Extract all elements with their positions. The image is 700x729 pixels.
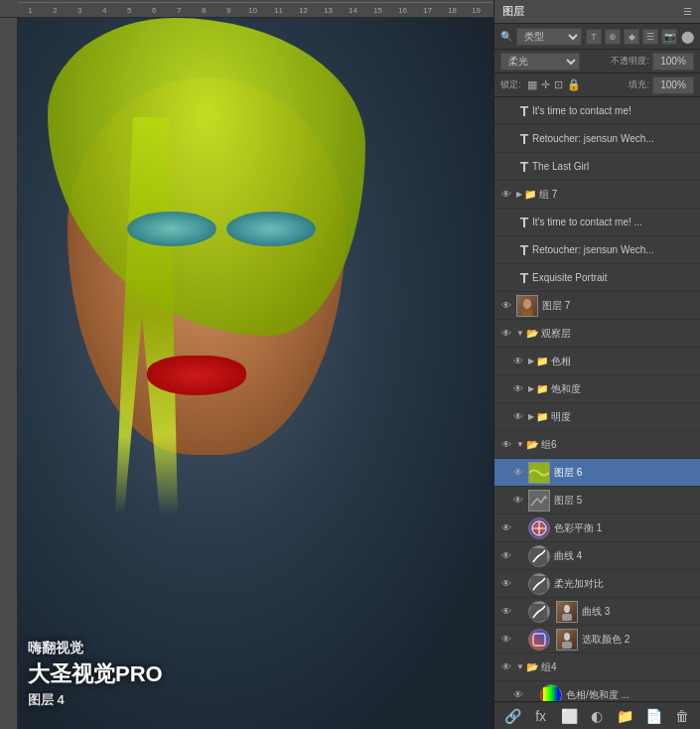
layer-eye-icon[interactable] <box>498 242 514 258</box>
svg-rect-1 <box>521 309 533 316</box>
layer-group-item[interactable]: 👁 ▶ 📁 色相 <box>494 348 700 375</box>
group-collapse-arrow[interactable]: ▼ <box>516 662 524 671</box>
svg-rect-13 <box>562 642 572 649</box>
layer-name: It's time to contact me! <box>532 105 696 116</box>
layer-adj-thumbnail <box>528 545 550 567</box>
link-layers-icon[interactable]: 🔗 <box>502 708 522 724</box>
layer-item[interactable]: T It's time to contact me! ... <box>494 209 700 236</box>
panel-icons: ☰ <box>683 6 692 17</box>
layer-adjustment-item[interactable]: 👁 选取颜色 2 <box>494 626 700 654</box>
group-collapse-arrow[interactable]: ▶ <box>516 190 522 199</box>
layer-eye-icon[interactable]: 👁 <box>498 298 514 314</box>
opacity-row: 不透明度: 100% <box>611 53 694 71</box>
layer-adj-thumbnail <box>528 517 550 539</box>
add-group-icon[interactable]: 📁 <box>616 708 635 724</box>
filter-smart-btn[interactable]: 📷 <box>661 29 677 45</box>
layer-eye-icon[interactable]: 👁 <box>510 381 526 397</box>
layer-adj-thumbnail <box>528 629 550 651</box>
layer-adjustment-item[interactable]: 👁 色彩平衡 1 <box>494 514 700 542</box>
fill-input[interactable]: 100% <box>652 76 694 94</box>
layer-eye-icon[interactable] <box>498 215 514 230</box>
delete-layer-icon[interactable]: 🗑 <box>672 708 692 724</box>
group-collapse-arrow[interactable]: ▼ <box>516 440 524 449</box>
lock-artboard-icon[interactable]: ⊡ <box>554 78 563 91</box>
layer-item[interactable]: T It's time to contact me! <box>494 97 700 125</box>
layer-item-active[interactable]: 👁 图层 6 <box>494 459 700 487</box>
group-collapse-arrow[interactable]: ▶ <box>528 412 534 421</box>
layer-adjustment-item[interactable]: 👁 曲线 4 <box>494 542 700 570</box>
opacity-input[interactable]: 100% <box>652 53 694 71</box>
layer-eye-icon[interactable]: 👁 <box>498 437 514 453</box>
group-collapse-arrow[interactable]: ▶ <box>528 384 534 393</box>
layer-group-item[interactable]: 👁 ▶ 📁 饱和度 <box>494 375 700 403</box>
layer-type-text-icon: T <box>516 270 532 286</box>
lock-checkered-icon[interactable]: ▦ <box>527 78 537 91</box>
add-style-icon[interactable]: fx <box>531 708 551 724</box>
layer-eye-icon[interactable]: 👁 <box>498 326 514 342</box>
layer-eye-icon[interactable] <box>498 103 514 119</box>
add-adjustment-icon[interactable]: ◐ <box>587 708 607 724</box>
blend-mode-bar: 柔光 不透明度: 100% <box>494 50 700 73</box>
layer-eye-icon[interactable]: 👁 <box>498 520 514 536</box>
layer-adjustment-item[interactable]: 👁 柔光加对比 <box>494 570 700 598</box>
layer-name: 色彩平衡 1 <box>554 521 696 535</box>
layer-type-text-icon: T <box>516 103 532 119</box>
layer-eye-icon[interactable]: 👁 <box>498 604 514 620</box>
panel-menu-icon[interactable]: ☰ <box>683 6 692 17</box>
watermark-sub: 图层 4 <box>28 691 163 709</box>
add-mask-icon[interactable]: ⬜ <box>559 708 579 724</box>
layer-group-item[interactable]: 👁 ▼ 📂 组6 <box>494 431 700 459</box>
group-folder-icon: 📂 <box>526 439 538 450</box>
layer-name: 图层 7 <box>542 299 696 313</box>
layer-eye-icon[interactable] <box>498 131 514 147</box>
blend-mode-dropdown[interactable]: 柔光 <box>500 53 580 71</box>
layer-adjustment-item[interactable]: 👁 曲线 3 <box>494 598 700 626</box>
layer-item[interactable]: 👁 图层 5 <box>494 487 700 514</box>
layer-eye-icon[interactable]: 👁 <box>510 493 526 509</box>
lock-move-icon[interactable]: ✛ <box>541 78 550 91</box>
layer-item[interactable]: T Retoucher: jsensun Wech... <box>494 236 700 264</box>
lock-icons-group: ▦ ✛ ⊡ 🔒 <box>527 78 581 91</box>
layer-eye-icon[interactable]: 👁 <box>510 409 526 425</box>
layer-eye-icon[interactable]: 👁 <box>510 687 526 702</box>
filter-toggle[interactable]: ⬤ <box>681 30 694 44</box>
layer-item[interactable]: T Retoucher: jsensun Wech... <box>494 125 700 153</box>
layer-group-item[interactable]: 👁 ▶ 📁 明度 <box>494 403 700 431</box>
group-collapse-arrow[interactable]: ▼ <box>516 329 524 338</box>
lock-all-icon[interactable]: 🔒 <box>567 78 581 91</box>
layer-eye-icon[interactable]: 👁 <box>498 187 514 203</box>
layer-group-item[interactable]: 👁 ▼ 📂 组4 <box>494 654 700 681</box>
layer-item[interactable]: T The Last Girl <box>494 153 700 181</box>
layer-group-item[interactable]: 👁 ▶ 📁 组 7 <box>494 181 700 209</box>
layer-thumbnail <box>528 490 550 511</box>
layer-eye-icon[interactable]: 👁 <box>498 548 514 564</box>
filter-pixel-btn[interactable]: T <box>586 29 602 45</box>
layers-list[interactable]: T It's time to contact me! T Retoucher: … <box>494 97 700 701</box>
layer-name: 组6 <box>541 438 696 452</box>
lips-shape <box>147 356 246 395</box>
layer-eye-icon[interactable] <box>498 270 514 286</box>
layer-item[interactable]: T Exquisite Portrait <box>494 264 700 292</box>
layer-adj-thumbnail <box>540 684 562 702</box>
group-folder-icon: 📁 <box>536 383 548 394</box>
layer-name: 选取颜色 2 <box>582 633 696 647</box>
layer-eye-icon[interactable]: 👁 <box>498 576 514 592</box>
add-layer-icon[interactable]: 📄 <box>643 708 663 724</box>
group-folder-icon: 📁 <box>536 356 548 366</box>
filter-text-btn[interactable]: ⊕ <box>605 29 621 45</box>
filter-adj-btn[interactable]: ☰ <box>642 29 658 45</box>
layer-name: 饱和度 <box>551 382 696 396</box>
layer-eye-icon[interactable]: 👁 <box>498 632 514 648</box>
layer-mask-thumbnail <box>556 601 578 623</box>
layer-adjustment-item[interactable]: 👁 色相/饱和度 ... <box>494 681 700 701</box>
group-collapse-arrow[interactable]: ▶ <box>528 357 534 365</box>
layer-eye-icon[interactable]: 👁 <box>498 659 514 675</box>
layer-item[interactable]: 👁 图层 7 <box>494 292 700 320</box>
layer-eye-icon[interactable] <box>498 159 514 175</box>
layer-group-item[interactable]: 👁 ▼ 📂 观察层 <box>494 320 700 348</box>
layer-adj-thumbnail <box>528 573 550 595</box>
filter-shape-btn[interactable]: ◆ <box>624 29 639 45</box>
layer-eye-icon[interactable]: 👁 <box>510 465 526 481</box>
filter-type-dropdown[interactable]: 类型 <box>516 28 582 46</box>
layer-eye-icon[interactable]: 👁 <box>510 354 526 369</box>
